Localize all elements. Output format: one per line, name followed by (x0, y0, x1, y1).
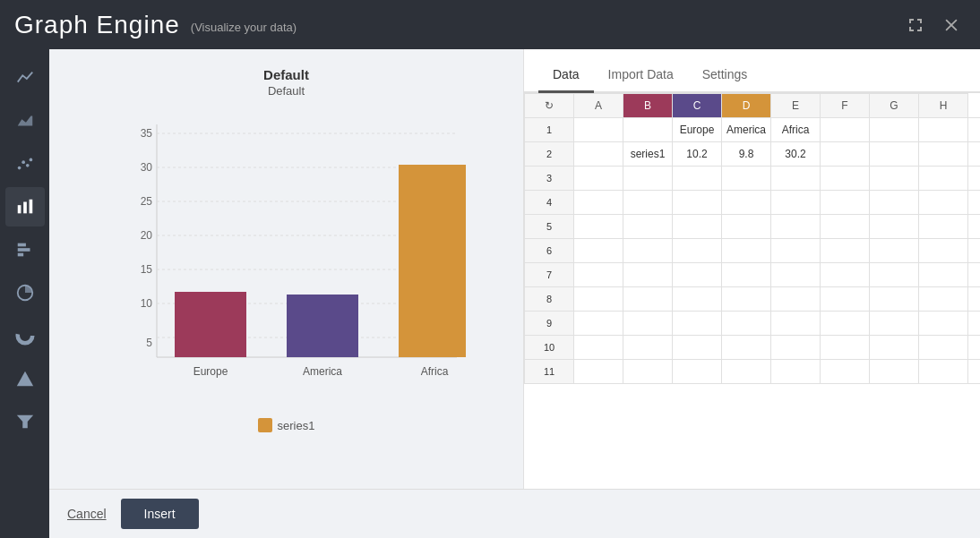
cell-r2-c5[interactable] (821, 142, 870, 167)
cell-r4-c4[interactable] (771, 191, 821, 215)
cell-r2-c0[interactable] (574, 142, 623, 167)
cell-r3-c5[interactable] (821, 167, 870, 191)
cell-r9-c0[interactable] (574, 312, 623, 336)
cell-r7-c1[interactable] (623, 263, 673, 287)
cell-r10-c6[interactable] (870, 336, 919, 360)
cell-r4-c0[interactable] (574, 191, 623, 215)
cell-r2-c4[interactable]: 30.2 (771, 142, 821, 167)
expand-button[interactable] (901, 11, 930, 39)
cell-r3-c8[interactable] (968, 167, 981, 191)
cell-r4-c7[interactable] (919, 191, 968, 215)
cell-r2-c2[interactable]: 10.2 (673, 142, 722, 167)
cell-r4-c5[interactable] (821, 191, 870, 215)
cell-r1-c8[interactable] (968, 118, 981, 142)
cell-r10-c0[interactable] (574, 336, 623, 360)
cell-r7-c0[interactable] (574, 263, 623, 287)
close-button[interactable] (937, 11, 966, 39)
cell-r8-c1[interactable] (623, 287, 673, 312)
cell-r11-c3[interactable] (722, 360, 771, 384)
cell-r10-c2[interactable] (673, 336, 722, 360)
cell-r11-c5[interactable] (821, 360, 870, 384)
cell-r1-c4[interactable]: Africa (771, 118, 821, 142)
insert-button[interactable]: Insert (121, 499, 199, 529)
cell-r3-c0[interactable] (574, 167, 623, 191)
cell-r4-c2[interactable] (673, 191, 722, 215)
cell-r1-c0[interactable] (574, 118, 623, 142)
cell-r3-c4[interactable] (771, 167, 821, 191)
cell-r5-c4[interactable] (771, 215, 821, 239)
cell-r6-c8[interactable] (968, 239, 981, 263)
tab-import[interactable]: Import Data (594, 60, 688, 93)
cell-r7-c5[interactable] (821, 263, 870, 287)
cell-r11-c8[interactable] (968, 360, 981, 384)
cell-r10-c7[interactable] (919, 336, 968, 360)
tab-data[interactable]: Data (538, 60, 594, 93)
cell-r6-c6[interactable] (870, 239, 919, 263)
cell-r8-c3[interactable] (722, 287, 771, 312)
cell-r7-c6[interactable] (870, 263, 919, 287)
cell-r5-c3[interactable] (722, 215, 771, 239)
cell-r11-c0[interactable] (574, 360, 623, 384)
cell-r6-c2[interactable] (673, 239, 722, 263)
cell-r8-c6[interactable] (870, 287, 919, 312)
cell-r9-c8[interactable] (968, 312, 981, 336)
cell-r7-c8[interactable] (968, 263, 981, 287)
cell-r6-c7[interactable] (919, 239, 968, 263)
sidebar-item-hbar[interactable] (5, 230, 45, 269)
cell-r8-c5[interactable] (821, 287, 870, 312)
cell-r5-c1[interactable] (623, 215, 673, 239)
cell-r2-c1[interactable]: series1 (623, 142, 673, 167)
cell-r8-c8[interactable] (968, 287, 981, 312)
cell-r6-c1[interactable] (623, 239, 673, 263)
cell-r6-c3[interactable] (722, 239, 771, 263)
cell-r1-c5[interactable] (821, 118, 870, 142)
cell-r1-c2[interactable]: Europe (673, 118, 722, 142)
cell-r5-c5[interactable] (821, 215, 870, 239)
cell-r7-c4[interactable] (771, 263, 821, 287)
cell-r6-c5[interactable] (821, 239, 870, 263)
spreadsheet-scroll[interactable]: ↻ A B C D E F G H 1 (524, 93, 980, 491)
cell-r10-c5[interactable] (821, 336, 870, 360)
cell-r4-c8[interactable] (968, 191, 981, 215)
cell-r7-c2[interactable] (673, 263, 722, 287)
cancel-button[interactable]: Cancel (67, 507, 107, 521)
cell-r2-c7[interactable] (919, 142, 968, 167)
cell-r9-c7[interactable] (919, 312, 968, 336)
cell-r10-c1[interactable] (623, 336, 673, 360)
cell-r2-c3[interactable]: 9.8 (722, 142, 771, 167)
cell-r6-c0[interactable] (574, 239, 623, 263)
sidebar-item-bar[interactable] (5, 187, 45, 226)
sidebar-item-scatter[interactable] (5, 144, 45, 184)
cell-r9-c4[interactable] (771, 312, 821, 336)
sidebar-item-triangle[interactable] (5, 359, 45, 398)
sidebar-item-pie[interactable] (5, 273, 45, 312)
cell-r2-c6[interactable] (870, 142, 919, 167)
sidebar-item-area[interactable] (5, 101, 45, 141)
cell-r9-c3[interactable] (722, 312, 771, 336)
cell-r8-c4[interactable] (771, 287, 821, 312)
sidebar-item-line[interactable] (5, 58, 45, 98)
cell-r11-c4[interactable] (771, 360, 821, 384)
cell-r11-c7[interactable] (919, 360, 968, 384)
tab-settings[interactable]: Settings (688, 60, 762, 93)
cell-r3-c1[interactable] (623, 167, 673, 191)
cell-r1-c7[interactable] (919, 118, 968, 142)
cell-r5-c2[interactable] (673, 215, 722, 239)
cell-r8-c0[interactable] (574, 287, 623, 312)
cell-r8-c7[interactable] (919, 287, 968, 312)
cell-r10-c8[interactable] (968, 336, 981, 360)
cell-r1-c3[interactable]: America (722, 118, 771, 142)
cell-r4-c1[interactable] (623, 191, 673, 215)
cell-r7-c7[interactable] (919, 263, 968, 287)
cell-r1-c6[interactable] (870, 118, 919, 142)
cell-r9-c5[interactable] (821, 312, 870, 336)
cell-r9-c6[interactable] (870, 312, 919, 336)
cell-r10-c4[interactable] (771, 336, 821, 360)
sidebar-item-donut[interactable] (5, 316, 45, 355)
cell-r11-c2[interactable] (673, 360, 722, 384)
cell-r7-c3[interactable] (722, 263, 771, 287)
cell-r11-c1[interactable] (623, 360, 673, 384)
cell-r5-c8[interactable] (968, 215, 981, 239)
cell-r9-c1[interactable] (623, 312, 673, 336)
cell-r8-c2[interactable] (673, 287, 722, 312)
